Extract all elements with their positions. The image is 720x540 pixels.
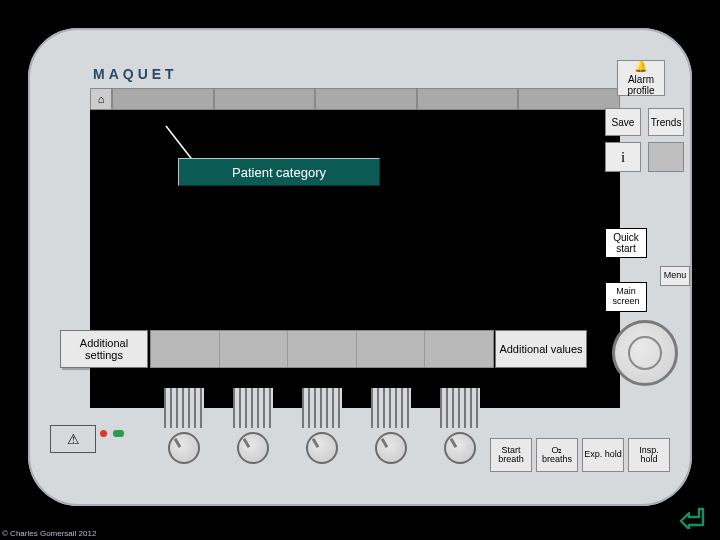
warning-indicator: ⚠	[50, 425, 96, 453]
svg-line-0	[166, 126, 194, 162]
back-arrow-icon[interactable]	[678, 504, 708, 530]
home-icon[interactable]: ⌂	[90, 88, 112, 110]
knob-dial-5[interactable]	[444, 432, 476, 464]
led-red	[100, 430, 107, 437]
breath-buttons: Start breath O₂ breaths Exp. hold Insp. …	[490, 438, 670, 472]
knob-3[interactable]	[292, 388, 352, 464]
knob-2[interactable]	[223, 388, 283, 464]
main-screen-button[interactable]: Main screen	[605, 282, 647, 312]
knob-scale-1	[164, 388, 204, 428]
knob-1[interactable]	[154, 388, 214, 464]
parameter-bar	[150, 330, 494, 368]
knob-strip	[150, 374, 494, 464]
o2-breaths-button[interactable]: O₂ breaths	[536, 438, 578, 472]
knob-dial-3[interactable]	[306, 432, 338, 464]
blank-button[interactable]	[648, 142, 684, 172]
knob-scale-2	[233, 388, 273, 428]
main-rotary-knob[interactable]	[612, 320, 678, 386]
top-tab-1[interactable]	[112, 88, 214, 110]
knob-4[interactable]	[361, 388, 421, 464]
knob-5[interactable]	[430, 388, 490, 464]
exp-hold-button[interactable]: Exp. hold	[582, 438, 624, 472]
patient-category-label: Patient category	[178, 158, 380, 186]
warning-icon: ⚠	[67, 431, 80, 447]
top-tab-4[interactable]	[417, 88, 519, 110]
param-seg-1[interactable]	[151, 331, 220, 367]
knob-scale-3	[302, 388, 342, 428]
status-leds	[100, 430, 124, 437]
knob-dial-1[interactable]	[168, 432, 200, 464]
alarm-profile-label: Alarm profile	[620, 74, 662, 96]
insp-hold-button[interactable]: Insp. hold	[628, 438, 670, 472]
top-tab-bar: ⌂	[90, 88, 620, 110]
additional-settings-button[interactable]: Additional settings	[60, 330, 148, 368]
top-tab-2[interactable]	[214, 88, 316, 110]
param-seg-3[interactable]	[288, 331, 357, 367]
knob-dial-4[interactable]	[375, 432, 407, 464]
param-seg-5[interactable]	[425, 331, 493, 367]
save-button[interactable]: Save	[605, 108, 641, 136]
copyright-text: © Charles Gomersall 2012	[2, 529, 96, 538]
trends-button[interactable]: Trends	[648, 108, 684, 136]
top-tab-5[interactable]	[518, 88, 620, 110]
knob-scale-4	[371, 388, 411, 428]
additional-values-button[interactable]: Additional values	[495, 330, 587, 368]
alarm-profile-button[interactable]: 🔔 Alarm profile	[617, 60, 665, 96]
param-seg-4[interactable]	[357, 331, 426, 367]
quick-start-button[interactable]: Quick start	[605, 228, 647, 258]
top-tab-3[interactable]	[315, 88, 417, 110]
param-seg-2[interactable]	[220, 331, 289, 367]
menu-button[interactable]: Menu	[660, 266, 690, 286]
led-green	[113, 430, 124, 437]
info-button[interactable]: i	[605, 142, 641, 172]
knob-scale-5	[440, 388, 480, 428]
knob-dial-2[interactable]	[237, 432, 269, 464]
start-breath-button[interactable]: Start breath	[490, 438, 532, 472]
brand-logo: MAQUET	[93, 66, 178, 82]
bell-icon: 🔔	[634, 60, 648, 72]
